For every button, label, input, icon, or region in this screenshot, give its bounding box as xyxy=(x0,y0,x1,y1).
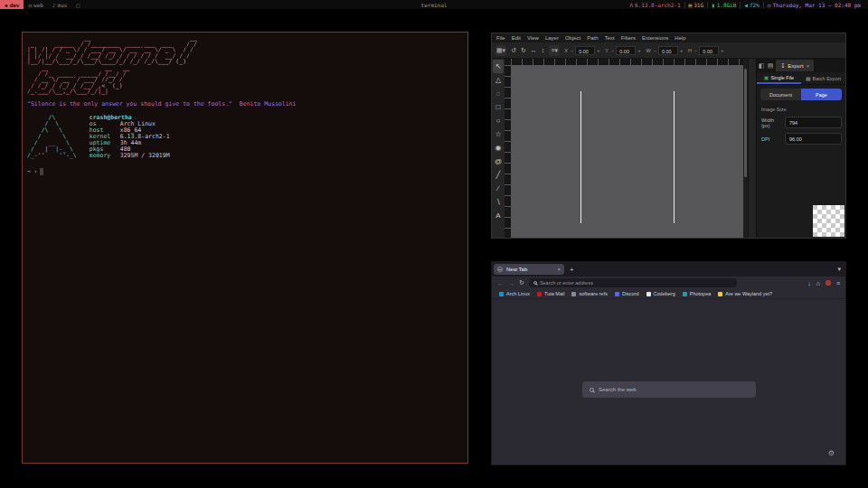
batch-export-tab[interactable]: ▦ Batch Export xyxy=(801,72,845,84)
home-icon[interactable]: ⌂ xyxy=(816,280,820,286)
extension-icon[interactable] xyxy=(826,280,831,286)
ellipse-tool[interactable]: ○ xyxy=(493,114,504,127)
x-decrement[interactable]: − xyxy=(570,48,574,53)
web-search-bar[interactable]: Search the web xyxy=(582,381,756,398)
bookmark-photopea[interactable]: Photopea xyxy=(683,291,712,296)
selection-mode-dropdown[interactable]: ▦▾ xyxy=(495,45,506,56)
bookmark-are-we-wayland-yet[interactable]: Are we Wayland yet? xyxy=(718,291,772,296)
url-bar[interactable]: Search or enter address xyxy=(529,278,737,287)
tab-title: New Tab xyxy=(506,267,527,272)
browser-window: New Tab × + ▾ ← → ↻ Search or enter addr… xyxy=(491,261,846,465)
menu-file[interactable]: File xyxy=(496,35,505,41)
menu-help[interactable]: Help xyxy=(675,35,685,41)
y-increment[interactable]: + xyxy=(637,48,641,53)
h-field: H − 0.00 + xyxy=(688,46,724,55)
shell-prompt[interactable]: ~ › xyxy=(27,168,463,175)
drawn-vertical-line-left[interactable] xyxy=(580,91,581,223)
shape-builder-tool[interactable]: ◌ xyxy=(493,87,504,100)
y-decrement[interactable]: − xyxy=(610,48,615,53)
transparent-preview-swatch xyxy=(813,205,844,237)
export-panel-tab[interactable]: ↧ Export × xyxy=(776,60,814,71)
menu-path[interactable]: Path xyxy=(587,35,598,41)
arch-icon: Λ xyxy=(629,2,633,8)
align-dropdown[interactable]: ≡▾ xyxy=(549,45,560,56)
h-increment[interactable]: + xyxy=(720,48,724,53)
snap-toolbar xyxy=(748,59,756,238)
document-button[interactable]: Document xyxy=(760,89,801,100)
codeberg-favicon xyxy=(646,292,651,296)
menu-edit[interactable]: Edit xyxy=(512,35,521,41)
width-label: Width (px) xyxy=(761,117,781,128)
box3d-tool[interactable]: ◉ xyxy=(493,141,504,155)
selector-tool[interactable]: ↖ xyxy=(493,60,504,73)
urlbar-placeholder: Search or enter address xyxy=(540,280,593,286)
rotate-ccw-icon[interactable]: ↺ xyxy=(511,47,516,54)
clock-text: Thursday, Mar 13 — 02:48 pm xyxy=(772,2,861,8)
arch-favicon xyxy=(499,292,504,296)
tab-bar: New Tab × + ▾ xyxy=(492,262,845,277)
pen-tool[interactable]: ╱ xyxy=(493,168,504,182)
bookmark-software-refs-folder[interactable]: software refs xyxy=(571,291,607,296)
menu-view[interactable]: View xyxy=(527,35,539,41)
canvas[interactable] xyxy=(511,65,743,238)
downloads-icon[interactable]: ↓ xyxy=(807,280,811,286)
navigation-bar: ← → ↻ Search or enter address ↓ ⌂ ≡ xyxy=(492,277,845,289)
toolbox: ↖ △ ◌ □ ○ ☆ ◉ @ ╱ ∕ ∖ A xyxy=(492,59,505,238)
bookmark-discord[interactable]: Discord xyxy=(615,291,639,296)
w-increment[interactable]: + xyxy=(679,48,684,53)
reload-button[interactable]: ↻ xyxy=(519,279,524,286)
vertical-ruler xyxy=(505,65,511,238)
y-input[interactable]: 0.00 xyxy=(616,46,636,55)
volume-text: 72% xyxy=(750,2,760,8)
layers-icon[interactable]: ▤ xyxy=(768,62,774,70)
width-input[interactable]: 794 xyxy=(785,117,842,128)
terminal-window[interactable]: __ __ _ _____ / /________ ____ ___ ___ /… xyxy=(22,32,468,464)
width-row: Width (px) 794 xyxy=(761,117,842,128)
back-button[interactable]: ← xyxy=(497,280,504,286)
calligraphy-tool[interactable]: ∖ xyxy=(493,195,504,209)
personalize-gear-icon[interactable]: ⚙ xyxy=(828,449,835,457)
list-tabs-chevron-icon[interactable]: ▾ xyxy=(837,266,844,273)
active-tab[interactable]: New Tab × xyxy=(494,264,564,275)
menu-icon[interactable]: ≡ xyxy=(836,280,840,286)
fill-stroke-icon[interactable]: ◧ xyxy=(759,62,765,70)
menu-object[interactable]: Object xyxy=(565,35,580,41)
web-search-placeholder: Search the web xyxy=(599,387,637,392)
flip-horizontal-icon[interactable]: ↔ xyxy=(531,47,537,53)
x-input[interactable]: 0.00 xyxy=(575,46,595,55)
scrollbar-thumb[interactable] xyxy=(744,69,747,177)
menu-filters[interactable]: Filters xyxy=(621,35,636,41)
horizontal-ruler xyxy=(511,59,743,65)
fetch-info: crash@bertha osArch Linux hostx86_64 ker… xyxy=(90,115,170,159)
rectangle-tool[interactable]: □ xyxy=(493,100,504,114)
x-increment[interactable]: + xyxy=(596,48,600,53)
menu-extensions[interactable]: Extensions xyxy=(642,35,668,41)
rotate-cw-icon[interactable]: ↻ xyxy=(521,47,526,54)
drawn-vertical-line-right[interactable] xyxy=(674,91,675,223)
close-tab-icon[interactable]: × xyxy=(557,267,561,272)
bookmark-tuta-mail[interactable]: Tuta Mail xyxy=(537,291,564,296)
new-tab-button[interactable]: + xyxy=(570,266,574,274)
node-tool[interactable]: △ xyxy=(493,73,504,87)
forward-button[interactable]: → xyxy=(508,280,514,286)
spiral-tool[interactable]: @ xyxy=(493,155,504,168)
dpi-input[interactable]: 96.00 xyxy=(785,133,842,145)
w-decrement[interactable]: − xyxy=(653,48,657,53)
text-tool[interactable]: A xyxy=(493,209,504,222)
bookmark-arch-linux[interactable]: Arch Linux xyxy=(499,291,530,296)
star-tool[interactable]: ☆ xyxy=(493,127,504,141)
h-decrement[interactable]: − xyxy=(693,48,698,53)
page-button[interactable]: Page xyxy=(801,89,842,100)
bookmark-codeberg[interactable]: Codeberg xyxy=(646,291,675,296)
single-file-tab[interactable]: ▣ Single File xyxy=(757,72,801,84)
flip-vertical-icon[interactable]: ↕ xyxy=(542,47,545,53)
disk-icon: ▤ xyxy=(689,2,693,8)
single-file-icon: ▣ xyxy=(764,74,769,80)
h-input[interactable]: 0.00 xyxy=(699,46,719,55)
kernel-status: Λ 6.13.8-arch2-1 xyxy=(626,2,684,8)
menu-layer[interactable]: Layer xyxy=(545,35,559,41)
pencil-tool[interactable]: ∕ xyxy=(493,182,504,195)
w-input[interactable]: 0.00 xyxy=(658,46,678,55)
menu-text[interactable]: Text xyxy=(605,35,615,41)
close-panel-icon[interactable]: × xyxy=(807,63,810,69)
